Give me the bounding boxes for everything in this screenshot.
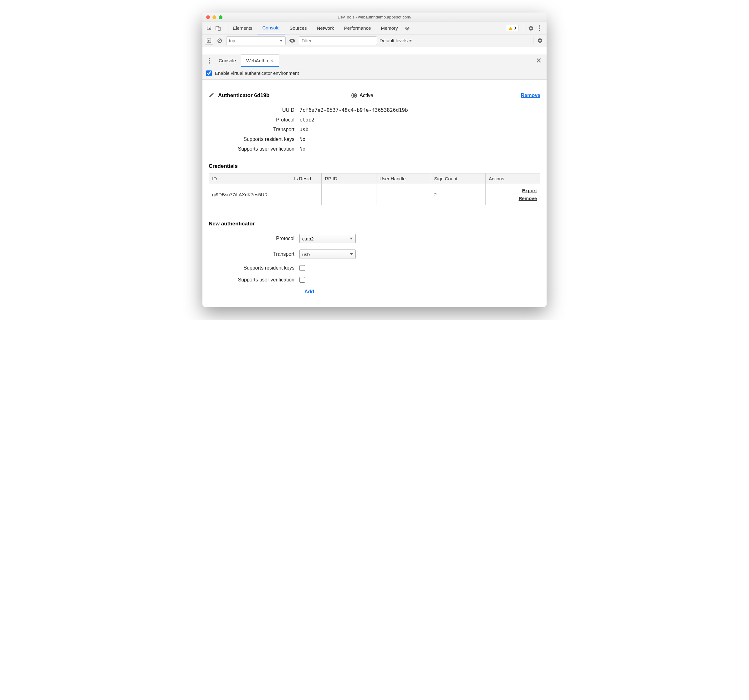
separator xyxy=(533,37,533,44)
new-transport-label: Transport xyxy=(209,251,300,257)
enable-label: Enable virtual authenticator environment xyxy=(215,70,299,76)
enable-checkbox[interactable] xyxy=(206,70,212,76)
transport-label: Transport xyxy=(209,127,300,132)
new-resident-label: Supports resident keys xyxy=(209,265,300,271)
chevron-down-icon xyxy=(350,237,353,239)
cell-actions: Export Remove xyxy=(486,184,540,205)
warning-icon xyxy=(509,27,512,30)
tab-network[interactable]: Network xyxy=(312,22,339,34)
resident-keys-label: Supports resident keys xyxy=(209,136,300,142)
credential-row: gi9DBsn77iLAXdK7es5UR… 2 Export Remove xyxy=(209,184,540,205)
window-title: DevTools - webauthndemo.appspot.com/ xyxy=(202,15,547,19)
new-transport-select[interactable]: usb xyxy=(300,250,356,259)
webauthn-content: Authenticator 6d19b Active Remove UUID 7… xyxy=(202,80,547,307)
warnings-badge[interactable]: 3 xyxy=(506,25,519,31)
tab-elements[interactable]: Elements xyxy=(228,22,257,34)
maximize-window-button[interactable] xyxy=(219,15,222,19)
kebab-menu-icon[interactable] xyxy=(535,24,544,32)
more-tabs-icon[interactable] xyxy=(403,24,412,32)
protocol-value: ctap2 xyxy=(300,117,315,123)
cell-id: gi9DBsn77iLAXdK7es5UR… xyxy=(209,184,291,205)
close-window-button[interactable] xyxy=(206,15,210,19)
chevron-down-icon xyxy=(350,253,353,255)
svg-rect-2 xyxy=(218,27,220,31)
context-value: top xyxy=(229,38,235,43)
credentials-title: Credentials xyxy=(209,163,540,169)
main-tabs-bar: Elements Console Sources Network Perform… xyxy=(202,22,547,34)
col-id[interactable]: ID xyxy=(209,173,291,184)
authenticator-section: Authenticator 6d19b Active Remove UUID 7… xyxy=(209,92,540,154)
enable-bar: Enable virtual authenticator environment xyxy=(202,67,547,80)
remove-credential-link[interactable]: Remove xyxy=(489,195,537,202)
svg-line-5 xyxy=(219,40,221,42)
col-rp-id[interactable]: RP ID xyxy=(322,173,376,184)
cell-user-handle xyxy=(376,184,431,205)
chevron-down-icon xyxy=(409,40,412,41)
export-credential-link[interactable]: Export xyxy=(489,187,537,195)
active-label: Active xyxy=(359,93,373,98)
tab-console[interactable]: Console xyxy=(257,22,285,34)
cell-is-resident xyxy=(291,184,322,205)
drawer-kebab-icon[interactable] xyxy=(205,56,214,65)
credentials-table: ID Is Resid… RP ID User Handle Sign Coun… xyxy=(209,173,540,205)
col-actions[interactable]: Actions xyxy=(486,173,540,184)
new-userverif-checkbox[interactable] xyxy=(300,277,305,283)
radio-icon xyxy=(352,93,357,98)
close-drawer-icon[interactable]: ✕ xyxy=(533,57,544,65)
log-levels-selector[interactable]: Default levels xyxy=(379,38,412,43)
traffic-lights xyxy=(206,15,222,19)
uuid-label: UUID xyxy=(209,107,300,113)
tab-performance[interactable]: Performance xyxy=(339,22,376,34)
levels-label: Default levels xyxy=(379,38,408,43)
warnings-count: 3 xyxy=(514,26,516,31)
cell-rp-id xyxy=(322,184,376,205)
devtools-window: DevTools - webauthndemo.appspot.com/ Ele… xyxy=(202,12,547,307)
context-selector[interactable]: top xyxy=(226,36,286,45)
user-verification-value: No xyxy=(300,146,305,152)
new-protocol-label: Protocol xyxy=(209,236,300,241)
filter-input[interactable] xyxy=(299,36,377,45)
minimize-window-button[interactable] xyxy=(212,15,216,19)
new-protocol-select[interactable]: ctap2 xyxy=(300,234,356,243)
drawer-tab-webauthn[interactable]: WebAuthn ✕ xyxy=(241,55,279,67)
add-authenticator-link[interactable]: Add xyxy=(304,289,314,295)
uuid-value: 7cf6a7e2-0537-48c4-b9fe-f3653826d19b xyxy=(300,107,408,113)
settings-icon[interactable] xyxy=(527,24,535,32)
col-user-handle[interactable]: User Handle xyxy=(376,173,431,184)
new-resident-checkbox[interactable] xyxy=(300,265,305,271)
transport-value: usb xyxy=(300,127,309,132)
console-toolbar: top Default levels xyxy=(202,34,547,47)
remove-authenticator-link[interactable]: Remove xyxy=(521,93,540,98)
edit-icon[interactable] xyxy=(209,92,214,99)
device-toolbar-icon[interactable] xyxy=(214,24,222,32)
titlebar: DevTools - webauthndemo.appspot.com/ xyxy=(202,12,547,22)
authenticator-properties: UUID 7cf6a7e2-0537-48c4-b9fe-f3653826d19… xyxy=(209,105,540,154)
chevron-down-icon xyxy=(280,40,283,41)
inspect-element-icon[interactable] xyxy=(205,24,214,32)
separator xyxy=(524,25,524,32)
drawer-tab-label: WebAuthn xyxy=(246,58,268,63)
separator xyxy=(225,25,225,32)
live-expression-icon[interactable] xyxy=(288,37,296,45)
svg-point-7 xyxy=(291,40,293,41)
new-authenticator-title: New authenticator xyxy=(209,221,540,227)
new-userverif-label: Supports user verification xyxy=(209,277,300,283)
col-is-resident[interactable]: Is Resid… xyxy=(291,173,322,184)
drawer-tab-console[interactable]: Console xyxy=(214,55,241,67)
console-settings-icon[interactable] xyxy=(536,37,544,45)
authenticator-name: Authenticator 6d19b xyxy=(218,92,269,99)
resident-keys-value: No xyxy=(300,136,305,142)
cell-sign-count: 2 xyxy=(431,184,486,205)
new-protocol-value: ctap2 xyxy=(302,236,314,241)
new-authenticator-form: Protocol ctap2 Transport usb Supports re… xyxy=(209,231,540,298)
col-sign-count[interactable]: Sign Count xyxy=(431,173,486,184)
tab-memory[interactable]: Memory xyxy=(376,22,403,34)
clear-console-icon[interactable] xyxy=(216,37,224,45)
authenticator-header: Authenticator 6d19b Active Remove xyxy=(209,92,540,99)
close-tab-icon[interactable]: ✕ xyxy=(270,58,274,63)
new-transport-value: usb xyxy=(302,252,310,257)
toggle-sidebar-icon[interactable] xyxy=(205,37,213,45)
active-radio[interactable]: Active xyxy=(352,93,373,98)
user-verification-label: Supports user verification xyxy=(209,146,300,152)
tab-sources[interactable]: Sources xyxy=(285,22,312,34)
